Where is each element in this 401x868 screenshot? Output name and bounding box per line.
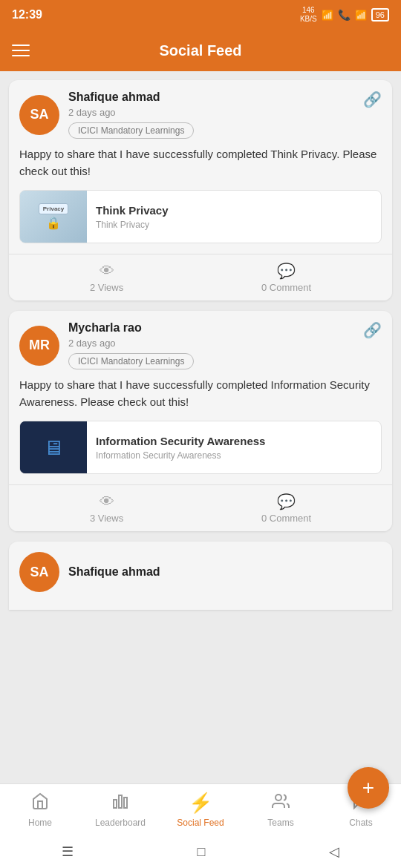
user-name: Shafique ahmad: [68, 91, 194, 104]
user-name: Shafique ahmad: [68, 565, 160, 579]
post-time: 2 days ago: [68, 107, 194, 118]
comment-count: 0 Comment: [261, 282, 311, 293]
eye-icon: 👁: [100, 493, 114, 510]
wifi-icon: 📶: [322, 10, 333, 21]
views-stat: 👁 2 Views: [90, 263, 123, 293]
battery-icon: 96: [371, 8, 389, 22]
android-home-btn[interactable]: □: [198, 844, 206, 860]
privacy-image: Privacy 🔒: [20, 191, 87, 243]
course-card[interactable]: Privacy 🔒 Think Privacy Think Privacy: [19, 190, 382, 243]
fab-plus-icon: +: [362, 776, 374, 800]
view-count: 2 Views: [90, 282, 123, 293]
comments-stat[interactable]: 💬 0 Comment: [261, 262, 311, 293]
content-area: SA Shafique ahmad 2 days ago ICICI Manda…: [0, 71, 401, 783]
view-count: 3 Views: [90, 513, 123, 524]
post-header: MR Mycharla rao 2 days ago ICICI Mandato…: [19, 321, 382, 369]
views-stat: 👁 3 Views: [90, 493, 123, 524]
course-subtitle: Information Security Awareness: [96, 450, 265, 461]
course-card[interactable]: 🖥 Information Security Awareness Informa…: [19, 421, 382, 474]
privacy-key-label: Privacy: [39, 203, 68, 214]
comment-count: 0 Comment: [261, 513, 311, 524]
link-icon[interactable]: 🔗: [363, 91, 382, 108]
signal-icon: 📶: [355, 10, 367, 21]
link-icon[interactable]: 🔗: [363, 321, 382, 339]
nav-label-social-feed: Social Feed: [177, 818, 224, 828]
bottom-nav: Home Leaderboard ⚡ Social Feed Teams: [0, 783, 401, 835]
user-details: Mycharla rao 2 days ago ICICI Mandatory …: [68, 321, 194, 369]
home-icon: [31, 792, 49, 815]
nav-label-teams: Teams: [267, 818, 293, 828]
post-tag: ICICI Mandatory Learnings: [68, 122, 194, 139]
call-icon: 📞: [338, 9, 351, 21]
nav-item-home[interactable]: Home: [0, 792, 80, 828]
status-time: 12:39: [12, 8, 42, 22]
nav-label-chats: Chats: [349, 818, 372, 828]
nav-item-teams[interactable]: Teams: [241, 792, 321, 828]
course-subtitle: Think Privacy: [96, 220, 169, 230]
status-bar: 12:39 146KB/S 📶 📞 📶 96: [0, 0, 401, 30]
post-footer: 👁 2 Views 💬 0 Comment: [9, 254, 392, 300]
svg-rect-0: [114, 800, 117, 808]
course-thumbnail: 🖥: [20, 421, 87, 473]
course-info: Information Security Awareness Informati…: [87, 427, 274, 468]
course-thumbnail: Privacy 🔒: [20, 191, 87, 243]
post-footer: 👁 3 Views 💬 0 Comment: [9, 484, 392, 531]
status-icons: 146KB/S 📶 📞 📶 96: [300, 6, 389, 24]
security-image: 🖥: [20, 421, 87, 473]
nav-label-home: Home: [28, 818, 52, 828]
fab-button[interactable]: +: [348, 767, 389, 809]
post-header: SA Shafique ahmad 2 days ago ICICI Manda…: [19, 91, 382, 139]
user-details: Shafique ahmad: [68, 565, 160, 579]
leaderboard-icon: [111, 792, 129, 815]
post-card-partial: SA Shafique ahmad: [9, 542, 392, 610]
post-user-info: MR Mycharla rao 2 days ago ICICI Mandato…: [19, 321, 194, 369]
post-user-info: SA Shafique ahmad: [19, 552, 160, 592]
android-nav-bar: ☰ □ ◁: [0, 835, 401, 868]
security-figure-icon: 🖥: [43, 435, 64, 460]
nav-label-leaderboard: Leaderboard: [95, 818, 146, 828]
app-header: Social Feed: [0, 30, 401, 71]
post-card: SA Shafique ahmad 2 days ago ICICI Manda…: [9, 80, 392, 300]
post-body: MR Mycharla rao 2 days ago ICICI Mandato…: [9, 311, 392, 484]
post-header: SA Shafique ahmad: [19, 552, 382, 592]
user-name: Mycharla rao: [68, 321, 194, 335]
nav-item-leaderboard[interactable]: Leaderboard: [80, 792, 160, 828]
user-details: Shafique ahmad 2 days ago ICICI Mandator…: [68, 91, 194, 139]
comment-icon: 💬: [277, 262, 296, 280]
android-menu-btn[interactable]: ☰: [62, 844, 74, 860]
comments-stat[interactable]: 💬 0 Comment: [261, 493, 311, 524]
avatar: MR: [19, 326, 59, 366]
post-time: 2 days ago: [68, 338, 194, 349]
nav-item-social-feed[interactable]: ⚡ Social Feed: [160, 792, 241, 828]
eye-icon: 👁: [100, 263, 114, 280]
course-title: Think Privacy: [96, 204, 169, 217]
svg-rect-1: [119, 795, 122, 808]
svg-rect-2: [124, 798, 127, 808]
comment-icon: 💬: [277, 493, 296, 510]
android-back-btn[interactable]: ◁: [329, 844, 339, 860]
post-body: SA Shafique ahmad: [9, 542, 392, 610]
post-body: SA Shafique ahmad 2 days ago ICICI Manda…: [9, 80, 392, 254]
post-card: MR Mycharla rao 2 days ago ICICI Mandato…: [9, 311, 392, 531]
avatar: SA: [19, 552, 59, 592]
page-title: Social Feed: [159, 42, 241, 59]
post-text: Happy to share that I have successfully …: [19, 146, 382, 180]
svg-point-3: [276, 795, 281, 800]
lock-icon: 🔒: [46, 216, 61, 230]
avatar: SA: [19, 95, 59, 135]
social-feed-icon: ⚡: [189, 792, 212, 815]
course-info: Think Privacy Think Privacy: [87, 197, 177, 237]
data-speed-label: 146KB/S: [300, 6, 317, 24]
post-tag: ICICI Mandatory Learnings: [68, 353, 194, 369]
course-title: Information Security Awareness: [96, 435, 265, 447]
post-text: Happy to share that I have successfully …: [19, 377, 382, 410]
teams-icon: [272, 792, 290, 815]
menu-button[interactable]: [12, 45, 30, 56]
post-user-info: SA Shafique ahmad 2 days ago ICICI Manda…: [19, 91, 194, 139]
